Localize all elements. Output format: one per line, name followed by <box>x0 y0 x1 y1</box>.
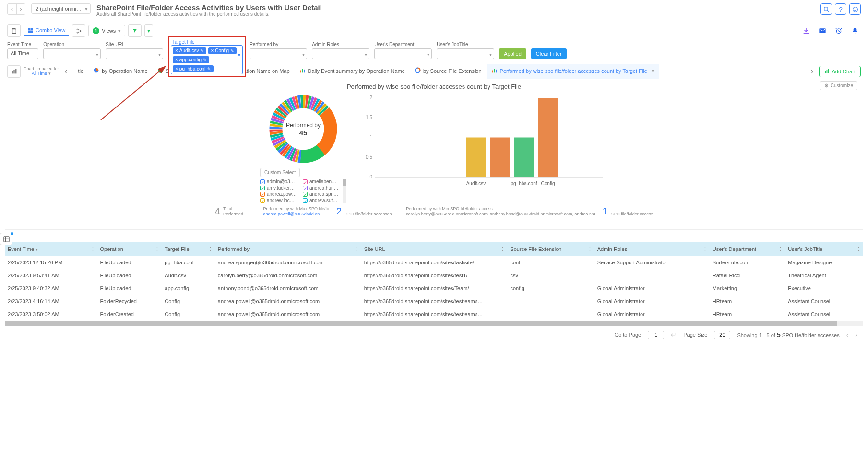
filter-operation[interactable] <box>43 48 101 59</box>
bell-icon[interactable] <box>849 25 861 36</box>
filter-department[interactable] <box>374 48 432 59</box>
col-source-file-extension[interactable]: Source File Extension⋮ <box>507 242 594 256</box>
svg-point-7 <box>77 29 78 30</box>
download-icon[interactable] <box>800 25 812 36</box>
tabs-prev[interactable]: ‹ <box>61 64 71 79</box>
col-site-url[interactable]: Site URL⋮ <box>361 242 508 256</box>
table-cell: HRteam <box>710 295 785 308</box>
chip-remove-icon[interactable]: × <box>175 66 178 71</box>
filter-eventtime[interactable]: All Time <box>7 48 38 59</box>
col-operation[interactable]: Operation⋮ <box>97 242 162 256</box>
nav-back[interactable]: ‹ <box>8 4 16 14</box>
chip-config[interactable]: ×Config✎ <box>208 47 237 54</box>
pager-prev[interactable]: ‹ <box>846 331 849 339</box>
chart-tab-partial[interactable]: tle <box>73 64 89 79</box>
chip-app-config[interactable]: ×app.config✎ <box>173 56 209 63</box>
svg-text:1.5: 1.5 <box>366 115 372 120</box>
table-row[interactable]: 2/23/2023 3:50:02 AMFolderCreatedConfiga… <box>5 308 863 321</box>
pager-page-input[interactable] <box>648 331 664 339</box>
pager-next[interactable]: › <box>855 331 857 339</box>
chip-pg_hba-conf[interactable]: ×pg_hba.conf✎ <box>173 65 214 72</box>
legend-item[interactable]: ✓ameliaben… <box>303 179 342 184</box>
col-admin-roles[interactable]: Admin Roles⋮ <box>595 242 710 256</box>
legend-item[interactable]: ✓andrea.hun… <box>303 185 342 190</box>
chip-remove-icon[interactable]: × <box>175 57 178 62</box>
custom-select-button[interactable]: Custom Select <box>260 168 300 177</box>
filter-siteurl[interactable] <box>106 48 163 59</box>
tabs-next[interactable]: › <box>807 64 817 79</box>
table-hscroll[interactable] <box>5 321 863 326</box>
col-target-file[interactable]: Target File⋮ <box>162 242 215 256</box>
chip-audit-csv[interactable]: ×Audit.csv✎ <box>173 47 206 54</box>
alarm-icon[interactable] <box>833 25 844 36</box>
col-event-time[interactable]: Event Time⋮ <box>5 242 97 256</box>
help-icon[interactable]: ? <box>835 3 846 15</box>
chart-tab-2[interactable]: Daily Event summary by Operation Name <box>295 64 410 79</box>
pencil-icon[interactable]: ✎ <box>207 67 211 71</box>
chart-tab-3[interactable]: by Source File Extension <box>410 64 487 79</box>
chart-tab-4[interactable]: Performed by wise spo file/folder access… <box>487 64 659 79</box>
pencil-icon[interactable]: ✎ <box>203 58 207 62</box>
svg-rect-15 <box>15 69 16 73</box>
tree-view-icon[interactable] <box>72 24 85 37</box>
filter-adminroles[interactable] <box>312 48 369 59</box>
nav-fwd[interactable]: › <box>16 4 25 14</box>
pencil-icon[interactable]: ✎ <box>200 48 204 53</box>
column-menu-icon[interactable]: ⋮ <box>90 246 95 252</box>
save-icon[interactable] <box>7 24 21 37</box>
column-menu-icon[interactable]: ⋮ <box>702 246 708 252</box>
svg-rect-4 <box>28 28 30 30</box>
applied-button[interactable]: Applied <box>499 48 526 59</box>
chart-type-icon[interactable] <box>7 65 21 78</box>
legend-item[interactable]: ✓amy.tucker… <box>260 185 299 190</box>
column-menu-icon[interactable]: ⋮ <box>208 246 213 252</box>
table-row[interactable]: 2/23/2023 4:16:14 AMFolderRecycledConfig… <box>5 295 863 308</box>
chart-prepared-for[interactable]: Chart prepared for All Time ▾ <box>24 67 59 76</box>
column-menu-icon[interactable]: ⋮ <box>778 246 783 252</box>
column-menu-icon[interactable]: ⋮ <box>155 246 160 252</box>
tenant-select[interactable]: 2 (admeight.onmi… <box>31 3 91 14</box>
table-row[interactable]: 2/25/2023 12:15:26 PMFileUploadedpg_hba.… <box>5 256 863 269</box>
legend-item[interactable]: ✓andrea.spri… <box>303 191 342 197</box>
table-row[interactable]: 2/25/2023 9:40:32 AMFileUploadedapp.conf… <box>5 282 863 295</box>
col-performed-by[interactable]: Performed by⋮ <box>215 242 361 256</box>
legend-item[interactable]: ✓andrea.pow… <box>260 191 299 197</box>
pager-size-input[interactable] <box>714 331 730 339</box>
column-menu-icon[interactable]: ⋮ <box>587 246 593 252</box>
filter-label-siteurl: Site URL <box>106 42 163 47</box>
views-button[interactable]: 1 Views ▾ <box>88 25 125 36</box>
svg-text:Audit.csv: Audit.csv <box>466 181 486 186</box>
filter-dropdown-icon[interactable]: ▾ <box>144 24 153 37</box>
column-menu-icon[interactable]: ⋮ <box>500 246 505 252</box>
clear-filter-button[interactable]: Clear Filter <box>531 48 567 59</box>
search-icon[interactable] <box>820 3 832 15</box>
legend-item[interactable]: ✓andrew.inc… <box>260 198 299 203</box>
customize-button[interactable]: ⚙ Customize <box>820 81 857 90</box>
table-row[interactable]: 2/25/2023 9:53:41 AMFileUploadedAudit.cs… <box>5 269 863 282</box>
close-icon[interactable]: × <box>651 68 654 74</box>
table-cell: Global Administrator <box>595 282 710 295</box>
legend-scrollbar[interactable] <box>343 179 346 203</box>
pager-go-icon[interactable]: ↵ <box>671 331 677 339</box>
filter-performedby[interactable] <box>250 48 307 59</box>
filter-icon[interactable] <box>128 24 142 37</box>
chip-remove-icon[interactable]: × <box>211 48 214 53</box>
legend-item[interactable]: ✓andrew.sut… <box>303 198 342 203</box>
stat-max-user[interactable]: andrea.powell@o365droid.on… <box>263 212 324 216</box>
chip-remove-icon[interactable]: × <box>175 48 178 53</box>
pencil-icon[interactable]: ✎ <box>230 48 234 53</box>
target-file-chips[interactable]: ×Audit.csv✎×Config✎×app.config✎×pg_hba.c… <box>171 45 243 74</box>
add-chart-button[interactable]: Add Chart <box>819 66 861 77</box>
column-menu-icon[interactable]: ⋮ <box>354 246 359 252</box>
chart-tab-0[interactable]: by Operation Name <box>88 64 152 79</box>
table-cell: FileUploaded <box>97 282 162 295</box>
col-user-s-jobtitle[interactable]: User's JobTitle⋮ <box>785 242 863 256</box>
combo-view-btn[interactable]: Combo View <box>24 25 69 36</box>
column-menu-icon[interactable]: ⋮ <box>856 246 861 252</box>
col-user-s-department[interactable]: User's Department⋮ <box>710 242 785 256</box>
filter-jobtitle[interactable] <box>437 48 494 59</box>
mail-icon[interactable] <box>817 25 828 36</box>
legend-item[interactable]: ✓admin@o3… <box>260 179 299 184</box>
assist-icon[interactable] <box>849 3 861 15</box>
table-cell: Global Administrator <box>595 295 710 308</box>
